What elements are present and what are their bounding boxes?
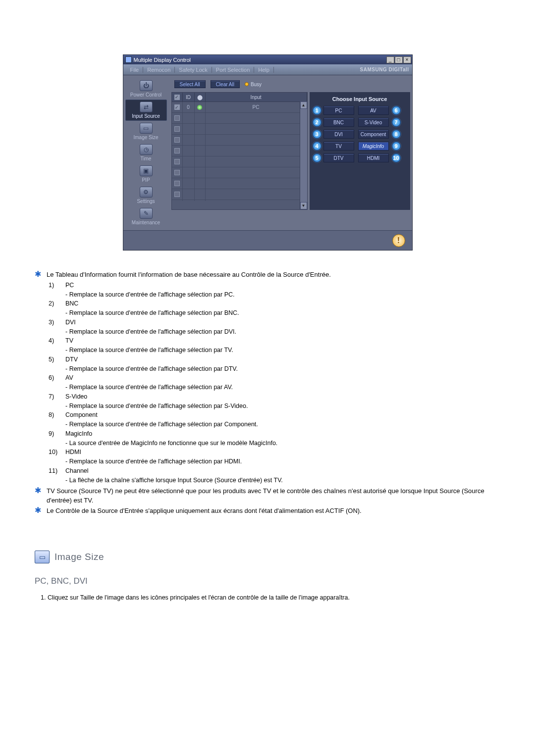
item-desc: - Remplace la source d'entrée de l'affic… [65,457,242,466]
row-check-icon[interactable] [174,192,180,197]
col-input: Input [206,93,307,101]
item-number: 2) [49,299,58,308]
item-number: 10) [49,448,58,457]
warning-icon: ! [392,234,405,247]
list-item: 6)AV [49,373,500,383]
table-row[interactable] [172,178,307,189]
item-title: AV [65,373,73,383]
badge-1-icon: 1 [313,106,321,115]
list-item: 5)DTV [49,355,500,364]
source-dvi-button[interactable]: DVI [323,130,354,139]
sidebar-item-maintenance[interactable]: ✎ Maintenance [125,206,167,227]
section-paragraph: 1. Cliquez sur Taille de l'image dans le… [41,593,500,603]
titlebar: Multiple Display Control _ □ × [123,55,412,64]
list-item: 9)MagicInfo [49,429,500,439]
sidebar-item-label: Time [141,156,152,161]
input-source-icon: ⇄ [140,101,153,112]
sidebar-item-label: Input Source [132,113,160,119]
item-title: HDMI [65,448,81,457]
statusbar: ! [123,230,412,250]
source-dtv-button[interactable]: DTV [323,153,354,162]
source-bnc-button[interactable]: BNC [323,118,354,127]
table-row[interactable] [172,189,307,200]
select-all-button[interactable]: Select All [174,80,206,88]
sidebar-item-label: PIP [142,177,150,183]
source-av-button[interactable]: AV [358,106,389,115]
power-icon: ⏻ [140,80,153,91]
source-svideo-button[interactable]: S-Video [358,118,389,127]
source-tv-button[interactable]: TV [323,142,354,151]
menu-remocon[interactable]: Remocon [143,67,175,73]
note-text: Le Contrôle de la Source d'Entrée s'appl… [47,506,362,516]
sidebar: ⏻ Power Control ⇄ Input Source ▭ Image S… [123,75,169,230]
sidebar-item-power-control[interactable]: ⏻ Power Control [125,78,167,100]
menu-file[interactable]: File [126,67,144,73]
row-check-icon[interactable] [174,115,180,121]
window-title: Multiple Display Control [134,57,384,63]
list-item-desc: - Remplace la source d'entrée de l'affic… [49,327,500,337]
row-check-icon[interactable] [174,148,180,153]
menu-help[interactable]: Help [254,67,274,73]
table-toolbar: Select All Clear All Busy [171,78,410,92]
table-row[interactable] [172,135,307,146]
source-hdmi-button[interactable]: HDMI [358,153,389,162]
numbered-list: 1)PC- Remplace la source d'entrée de l'a… [49,281,500,485]
table-scrollbar[interactable]: ▲ ▼ [300,101,307,209]
menu-port-selection[interactable]: Port Selection [212,67,254,73]
table-row[interactable] [172,113,307,124]
list-item-desc: - Remplace la source d'entrée de l'affic… [49,383,500,392]
list-item: 3)DVI [49,318,500,327]
table-row[interactable] [172,146,307,156]
item-title: Channel [65,466,89,476]
list-item-desc: - La flèche de la chaîne s'affiche lorsq… [49,476,500,485]
sidebar-item-settings[interactable]: ⚙ Settings [125,185,167,206]
scroll-down-icon[interactable]: ▼ [300,202,307,209]
panel-title: Choose Input Source [313,95,407,106]
badge-9-icon: 9 [392,142,401,151]
row-check-icon[interactable] [174,159,180,164]
row-check-icon[interactable] [174,170,180,175]
item-number: 1) [49,281,58,290]
item-number: 3) [49,318,58,327]
item-number: 8) [49,410,58,420]
clock-icon: ◷ [140,144,153,155]
row-check-icon[interactable]: ✓ [174,104,180,110]
table-row[interactable] [172,200,307,201]
maximize-button[interactable]: □ [395,56,403,63]
source-pc-button[interactable]: PC [323,106,354,115]
menu-safety-lock[interactable]: Safety Lock [175,67,212,73]
list-item-desc: - Remplace la source d'entrée de l'affic… [49,290,500,300]
row-check-icon[interactable] [174,181,180,186]
item-desc: - Remplace la source d'entrée de l'affic… [65,327,236,337]
scroll-up-icon[interactable]: ▲ [300,101,307,109]
table-row[interactable] [172,124,307,135]
row-check-icon[interactable] [174,137,180,143]
sidebar-item-time[interactable]: ◷ Time [125,142,167,163]
row-check-icon[interactable] [174,126,180,132]
source-magicinfo-button[interactable]: MagicInfo [358,142,389,151]
badge-5-icon: 5 [313,153,321,162]
sidebar-item-pip[interactable]: ▣ PIP [125,163,167,185]
badge-2-icon: 2 [313,118,321,127]
clear-all-button[interactable]: Clear All [211,80,240,88]
table-row[interactable]: ✓ 0 PC [172,102,307,113]
broom-icon: ✎ [140,208,153,219]
table-row[interactable] [172,156,307,167]
item-desc: - La source d'entrée de MagicInfo ne fon… [65,439,277,448]
close-button[interactable]: × [403,56,411,63]
list-item-desc: - Remplace la source d'entrée de l'affic… [49,402,500,411]
item-desc: - Remplace la source d'entrée de l'affic… [65,383,233,392]
section-subtitle: PC, BNC, DVI [35,576,500,586]
sidebar-item-image-size[interactable]: ▭ Image Size [125,121,167,142]
sidebar-item-input-source[interactable]: ⇄ Input Source [125,100,167,121]
source-component-button[interactable]: Component [358,130,389,139]
col-check[interactable]: ✓ [172,93,183,101]
table-body: ✓ 0 PC [172,102,307,201]
badge-6-icon: 6 [392,106,401,115]
list-item-desc: - Remplace la source d'entrée de l'affic… [49,364,500,374]
minimize-button[interactable]: _ [386,56,394,63]
sidebar-item-label: Power Control [130,92,161,98]
app-icon [125,56,132,63]
table-row[interactable] [172,167,307,178]
sidebar-item-label: Settings [137,199,155,204]
